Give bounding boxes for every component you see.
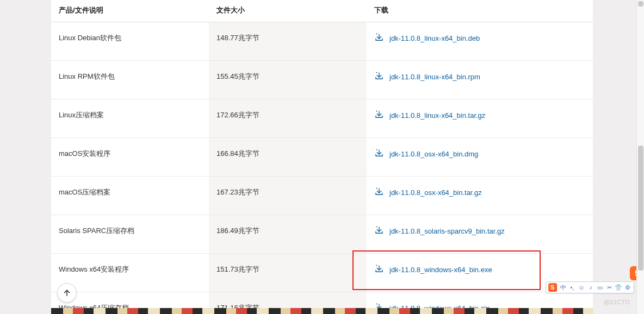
cell-size: 148.77兆字节 bbox=[209, 22, 367, 61]
download-icon bbox=[374, 148, 384, 160]
ime-item-icon[interactable]: •, bbox=[568, 284, 576, 291]
cell-download: jdk-11.0.8_osx-x64_bin.dmg bbox=[367, 138, 593, 177]
table-row: Windows x64安装程序151.73兆字节 jdk-11.0.8_wind… bbox=[51, 254, 593, 292]
download-link[interactable]: jdk-11.0.8_osx-x64_bin.dmg bbox=[374, 148, 478, 160]
download-icon bbox=[374, 225, 384, 237]
ime-item-icon[interactable]: ⚙ bbox=[624, 284, 631, 291]
watermark-text: @51CTO bbox=[604, 299, 630, 305]
table-row: Linux压缩档案172.66兆字节 jdk-11.0.8_linux-x64_… bbox=[51, 99, 593, 138]
svg-point-14 bbox=[376, 303, 377, 304]
download-filename: jdk-11.0.8_osx-x64_bin.dmg bbox=[389, 150, 478, 158]
col-header-download: 下载 bbox=[367, 0, 593, 22]
download-link[interactable]: jdk-11.0.8_windows-x64_bin.exe bbox=[374, 263, 492, 276]
cell-download: jdk-11.0.8_solaris-sparcv9_bin.tar.gz bbox=[367, 215, 593, 254]
table-row: Linux Debian软件包148.77兆字节 jdk-11.0.8_linu… bbox=[51, 22, 593, 61]
cell-download: jdk-11.0.8_linux-x64_bin.deb bbox=[367, 22, 593, 61]
download-icon bbox=[374, 263, 384, 276]
cell-size: 151.73兆字节 bbox=[209, 254, 367, 292]
download-icon bbox=[374, 71, 384, 83]
svg-point-0 bbox=[376, 33, 377, 34]
col-header-product: 产品/文件说明 bbox=[51, 0, 209, 22]
arrow-up-icon bbox=[63, 288, 71, 297]
ime-item-icon[interactable]: 中 bbox=[559, 284, 567, 291]
cell-product: Linux压缩档案 bbox=[51, 99, 209, 138]
downloads-panel: 产品/文件说明 文件大小 下载 Linux Debian软件包148.77兆字节… bbox=[51, 0, 593, 310]
table-row: Linux RPM软件包155.45兆字节 jdk-11.0.8_linux-x… bbox=[51, 61, 593, 99]
scrollbar-thumb[interactable] bbox=[638, 146, 643, 271]
cell-size: 166.84兆字节 bbox=[209, 138, 367, 177]
ime-item-icon[interactable]: ▭ bbox=[596, 284, 604, 291]
cell-product: Windows x64安装程序 bbox=[51, 254, 209, 292]
download-filename: jdk-11.0.8_solaris-sparcv9_bin.tar.gz bbox=[389, 227, 505, 235]
ime-logo-icon: S bbox=[548, 283, 557, 292]
table-row: macOS压缩档案167.23兆字节 jdk-11.0.8_osx-x64_bi… bbox=[51, 177, 593, 215]
cell-download: jdk-11.0.8_linux-x64_bin.rpm bbox=[367, 61, 593, 99]
download-link[interactable]: jdk-11.0.8_linux-x64_bin.tar.gz bbox=[374, 109, 485, 122]
cell-download: jdk-11.0.8_linux-x64_bin.tar.gz bbox=[367, 99, 593, 138]
download-icon bbox=[374, 186, 384, 199]
svg-point-10 bbox=[376, 226, 377, 227]
download-link[interactable]: jdk-11.0.8_linux-x64_bin.rpm bbox=[374, 71, 480, 83]
cell-product: Solaris SPARC压缩存档 bbox=[51, 215, 209, 254]
svg-point-8 bbox=[376, 187, 377, 189]
ime-item-icon[interactable]: ✂ bbox=[605, 284, 613, 291]
svg-point-12 bbox=[376, 265, 377, 266]
cell-product: Linux RPM软件包 bbox=[51, 61, 209, 99]
ime-toolbar[interactable]: S 中•,☺♪▭✂👕⚙ bbox=[546, 281, 634, 293]
ime-item-icon[interactable]: ♪ bbox=[587, 284, 595, 291]
cell-size: 172.66兆字节 bbox=[209, 99, 367, 138]
page-scrollbar[interactable] bbox=[636, 0, 644, 314]
downloads-table: 产品/文件说明 文件大小 下载 Linux Debian软件包148.77兆字节… bbox=[51, 0, 593, 314]
cell-product: macOS安装程序 bbox=[51, 138, 209, 177]
back-to-top-button[interactable] bbox=[58, 284, 76, 302]
svg-point-2 bbox=[376, 72, 377, 73]
cell-download: jdk-11.0.8_osx-x64_bin.tar.gz bbox=[367, 177, 593, 215]
cell-size: 167.23兆字节 bbox=[209, 177, 367, 215]
cell-size: 186.49兆字节 bbox=[209, 215, 367, 254]
col-header-size: 文件大小 bbox=[209, 0, 367, 22]
download-filename: jdk-11.0.8_osx-x64_bin.tar.gz bbox=[389, 189, 482, 197]
download-link[interactable]: jdk-11.0.8_osx-x64_bin.tar.gz bbox=[374, 186, 482, 199]
download-icon bbox=[374, 109, 384, 122]
table-row: macOS安装程序166.84兆字节 jdk-11.0.8_osx-x64_bi… bbox=[51, 138, 593, 177]
download-filename: jdk-11.0.8_linux-x64_bin.deb bbox=[389, 34, 480, 42]
download-link[interactable]: jdk-11.0.8_linux-x64_bin.deb bbox=[374, 32, 480, 45]
svg-point-4 bbox=[376, 110, 377, 111]
download-filename: jdk-11.0.8_windows-x64_bin.exe bbox=[389, 266, 492, 274]
download-filename: jdk-11.0.8_linux-x64_bin.tar.gz bbox=[389, 111, 485, 120]
ime-item-icon[interactable]: ☺ bbox=[578, 284, 585, 291]
download-icon bbox=[374, 32, 384, 45]
ime-item-icon[interactable]: 👕 bbox=[615, 284, 622, 291]
cell-size: 155.45兆字节 bbox=[209, 61, 367, 99]
cell-product: Linux Debian软件包 bbox=[51, 22, 209, 61]
table-row: Solaris SPARC压缩存档186.49兆字节 jdk-11.0.8_so… bbox=[51, 215, 593, 254]
download-filename: jdk-11.0.8_linux-x64_bin.rpm bbox=[389, 73, 480, 81]
footer-decoration bbox=[51, 308, 593, 314]
cell-product: macOS压缩档案 bbox=[51, 177, 209, 215]
download-link[interactable]: jdk-11.0.8_solaris-sparcv9_bin.tar.gz bbox=[374, 225, 505, 237]
svg-point-6 bbox=[376, 149, 377, 150]
scrollbar-arrow-top[interactable] bbox=[638, 1, 643, 7]
